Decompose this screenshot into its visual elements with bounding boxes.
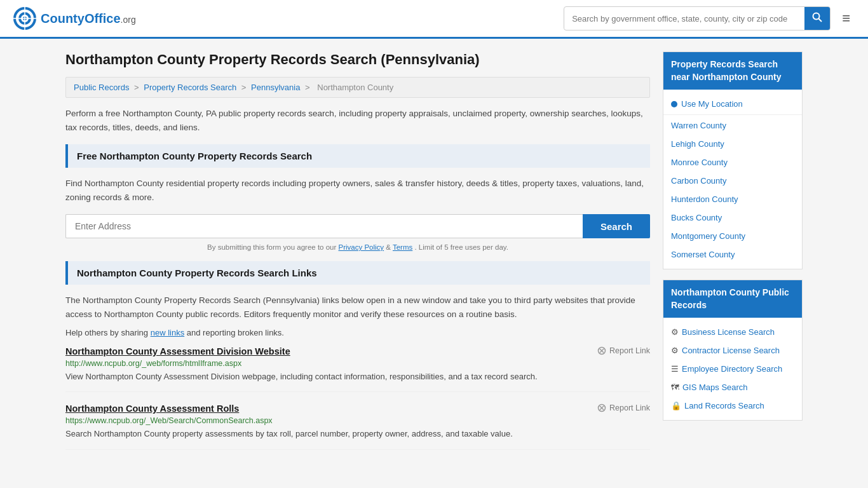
address-search-form: Search By submitting this form you agree… (65, 214, 650, 251)
page-container: Northampton County Property Records Sear… (53, 39, 815, 474)
terms-link[interactable]: Terms (393, 243, 412, 251)
sidebar: Property Records Search near Northampton… (663, 51, 803, 461)
logo-area: CountyOffice.org (13, 6, 136, 30)
breadcrumb-sep-2: > (241, 83, 248, 92)
location-dot-icon (671, 101, 677, 107)
record-item-header-1: Northampton County Assessment Rolls Repo… (65, 403, 650, 414)
form-note: By submitting this form you agree to our… (65, 243, 650, 251)
breadcrumb-public-records[interactable]: Public Records (74, 83, 129, 92)
sidebar-nearby-section: Property Records Search near Northampton… (663, 51, 803, 269)
sidebar-nearby-header: Property Records Search near Northampton… (663, 52, 802, 90)
record-desc-1: Search Northampton County property asses… (65, 428, 650, 440)
breadcrumb-pennsylvania[interactable]: Pennsylvania (251, 83, 300, 92)
breadcrumb-current: Northampton County (317, 83, 393, 92)
sidebar-business-license[interactable]: ⚙ Business License Search (663, 323, 802, 341)
sidebar-carbon-county[interactable]: Carbon County (663, 172, 802, 190)
sidebar-public-records-section: Northampton County Public Records ⚙ Busi… (663, 280, 803, 421)
free-search-section-header: Free Northampton County Property Records… (65, 144, 650, 168)
links-section: Northampton County Property Records Sear… (65, 261, 650, 449)
header-search-input[interactable] (564, 9, 804, 29)
report-icon-1 (597, 403, 606, 412)
sidebar-public-records-body: ⚙ Business License Search ⚙ Contractor L… (663, 318, 802, 420)
privacy-policy-link[interactable]: Privacy Policy (339, 243, 384, 251)
svg-point-7 (813, 13, 820, 20)
employee-directory-icon: ☰ (671, 364, 679, 374)
record-title-1[interactable]: Northampton County Assessment Rolls (65, 403, 239, 414)
record-title-0[interactable]: Northampton County Assessment Division W… (65, 346, 290, 356)
sidebar-monroe-county[interactable]: Monroe County (663, 153, 802, 172)
land-records-icon: 🔒 (671, 401, 681, 410)
contractor-license-icon: ⚙ (671, 346, 679, 355)
report-icon-0 (597, 346, 606, 355)
sidebar-somerset-county[interactable]: Somerset County (663, 245, 802, 264)
record-url-1: https://www.ncpub.org/_Web/Search/Common… (65, 416, 650, 425)
page-title: Northampton County Property Records Sear… (65, 51, 650, 68)
report-link-0[interactable]: Report Link (597, 346, 650, 355)
links-description: The Northampton County Property Records … (65, 294, 650, 321)
search-input-row: Search (65, 214, 650, 238)
sidebar-montgomery-county[interactable]: Montgomery County (663, 227, 802, 245)
business-license-icon: ⚙ (671, 327, 679, 337)
links-section-header: Northampton County Property Records Sear… (65, 261, 650, 285)
use-location-link[interactable]: Use My Location (681, 99, 743, 109)
header-right: ≡ (564, 6, 855, 30)
hamburger-menu-button[interactable]: ≡ (837, 8, 855, 29)
sidebar-nearby-body: Use My Location Warren County Lehigh Cou… (663, 90, 802, 269)
breadcrumb-sep-1: > (134, 83, 141, 92)
sidebar-lehigh-county[interactable]: Lehigh County (663, 135, 802, 153)
breadcrumb: Public Records > Property Records Search… (65, 77, 650, 98)
record-desc-0: View Northampton County Assessment Divis… (65, 370, 650, 383)
record-item-1: Northampton County Assessment Rolls Repo… (65, 403, 650, 450)
header-search-button[interactable] (804, 7, 830, 30)
sidebar-gis-maps[interactable]: 🗺 GIS Maps Search (663, 378, 802, 396)
sharing-note: Help others by sharing new links and rep… (65, 328, 650, 337)
logo-text: CountyOffice.org (41, 11, 136, 26)
sidebar-bucks-county[interactable]: Bucks County (663, 208, 802, 227)
sidebar-public-records-header: Northampton County Public Records (663, 280, 802, 318)
free-search-description: Find Northampton County residential prop… (65, 177, 650, 204)
main-content: Northampton County Property Records Sear… (65, 51, 650, 461)
breadcrumb-sep-3: > (305, 83, 312, 92)
new-links-link[interactable]: new links (151, 328, 184, 337)
sidebar-hunterdon-county[interactable]: Hunterdon County (663, 190, 802, 208)
record-item-header-0: Northampton County Assessment Division W… (65, 346, 650, 356)
report-link-1[interactable]: Report Link (597, 403, 650, 412)
divider-0 (663, 114, 802, 115)
sidebar-contractor-license[interactable]: ⚙ Contractor License Search (663, 341, 802, 360)
site-header: CountyOffice.org ≡ (0, 0, 868, 39)
sidebar-warren-county[interactable]: Warren County (663, 116, 802, 135)
page-description: Perform a free Northampton County, PA pu… (65, 107, 650, 134)
sidebar-land-records[interactable]: 🔒 Land Records Search (663, 396, 802, 415)
search-icon (812, 12, 822, 22)
address-search-button[interactable]: Search (583, 214, 650, 238)
record-item-0: Northampton County Assessment Division W… (65, 346, 650, 393)
record-url-0: http://www.ncpub.org/_web/forms/htmlIfra… (65, 359, 650, 368)
address-search-input[interactable] (65, 214, 583, 238)
sidebar-use-location[interactable]: Use My Location (663, 95, 802, 113)
gis-maps-icon: 🗺 (671, 383, 679, 392)
svg-line-8 (819, 19, 822, 22)
sidebar-employee-directory[interactable]: ☰ Employee Directory Search (663, 360, 802, 378)
breadcrumb-property-records-search[interactable]: Property Records Search (144, 83, 236, 92)
header-search-bar (564, 6, 831, 30)
logo-icon (13, 6, 37, 30)
